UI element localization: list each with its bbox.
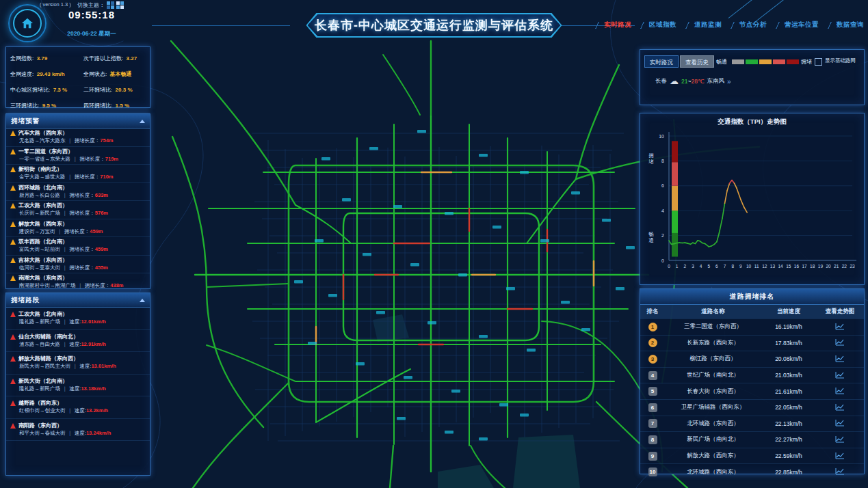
rank-badge: 4 (648, 371, 657, 380)
weather-more-arrow[interactable]: » (727, 78, 731, 85)
temp-high: 28℃ (691, 78, 704, 85)
warning-item[interactable]: 西环城路（北向南） 新月路→长白公路｜拥堵长度：633m (6, 183, 150, 202)
congestion-item[interactable]: 解放大路辅路（东向西） 新民大街→西民主大街｜速度:13.01km/h (6, 352, 150, 375)
version-label: ( version 1.3 ) (40, 1, 71, 8)
current-date: 2020-06-22 星期一 (59, 30, 124, 38)
svg-text:5: 5 (707, 264, 710, 269)
history-button[interactable]: 查看历史 (680, 55, 714, 68)
rank-badge: 10 (648, 467, 657, 476)
congestion-item[interactable]: 仙台大街辅路（南向北） 浦东路→自由大路｜速度:12.91km/h (6, 330, 150, 353)
stat-item: 中心城区拥堵比: 7.3 % (10, 82, 83, 94)
nav-tab-region-index[interactable]: 区域指数 (649, 21, 676, 29)
nav-tab-node-analysis[interactable]: 节点分析 (739, 21, 767, 29)
svg-text:13: 13 (770, 264, 776, 269)
theme-label: 切换主题： (77, 1, 105, 9)
warning-item[interactable]: 新明街（南向北） 金宇大路→盛世大路｜拥堵长度：710m (6, 165, 150, 183)
checkbox-label: 显示基础路网 (825, 57, 856, 66)
rank-badge: 1 (648, 323, 657, 331)
table-row[interactable]: 9 解放大路（西向东） 22.59km/h (640, 448, 864, 464)
legend-jam-label: 拥堵 (801, 58, 812, 66)
warning-item[interactable]: 吉林大路（东向西） 临河街→亚泰大街｜拥堵长度：455m (6, 256, 150, 274)
panel-header: 拥堵路段 (6, 293, 150, 308)
trend-chart-icon[interactable] (816, 371, 864, 380)
trend-chart-icon[interactable] (816, 403, 864, 412)
table-row[interactable]: 5 长春大街（东向西） 21.61km/h (640, 383, 864, 399)
trend-chart-icon[interactable] (816, 452, 864, 461)
nav-tab-realtime[interactable]: 实时路况 (604, 21, 631, 29)
legend-smooth-label: 畅通 (716, 58, 727, 66)
svg-text:6: 6 (715, 264, 718, 269)
rank-badge: 2 (648, 338, 657, 347)
table-row[interactable]: 6 卫星广场辅路（西向东） 22.05km/h (640, 399, 864, 416)
svg-text:23: 23 (850, 264, 855, 269)
stat-item: 四环拥堵比: 1.5 % (83, 98, 146, 110)
alert-icon (10, 334, 16, 340)
table-header-row: 排名 道路名称 当前速度 查看走势图 (640, 305, 864, 318)
svg-text:堵: 堵 (648, 159, 654, 165)
nav-tab-road-monitor[interactable]: 道路监测 (694, 21, 722, 29)
table-row[interactable]: 4 世纪广场（南向北） 21.03km/h (640, 367, 864, 383)
warning-icon (10, 203, 16, 208)
theme-grid-icon-2[interactable] (116, 1, 124, 9)
warning-item[interactable]: 南湖大路（东向西） 南湖新村中街→南湖广场｜拥堵长度：438m (6, 273, 150, 288)
svg-text:4: 4 (661, 208, 664, 213)
warning-icon (10, 149, 16, 154)
base-network-toggle[interactable]: 显示基础路网 (815, 57, 860, 66)
warning-item[interactable]: 一零二国道（东向西） 一零一省道→东荣大路｜拥堵长度：719m (6, 147, 150, 165)
nav-separator (825, 22, 834, 29)
svg-text:6: 6 (661, 183, 664, 188)
svg-text:15: 15 (786, 264, 791, 269)
collapse-icon[interactable] (140, 120, 145, 123)
trend-chart-icon[interactable] (816, 435, 864, 444)
realtime-button[interactable]: 实时路况 (644, 55, 679, 68)
congestion-item[interactable]: 南阳路（东向西） 和平大街→春城大街｜速度:13.24km/h (6, 419, 150, 442)
tpi-trend-panel: 交通指数（TPI）走势图 024681001234567891011121314… (640, 113, 865, 285)
warning-item[interactable]: 汽车大路（西向东） 无名路→汽车大路东｜拥堵长度：754m (6, 128, 150, 147)
rank-badge: 9 (648, 452, 657, 461)
table-row[interactable]: 10 北环城路（西向东） 22.85km/h (640, 463, 864, 480)
svg-text:10: 10 (746, 264, 752, 269)
warning-item[interactable]: 工农大路（东向西） 长庆街→新民广场｜拥堵长度：576m (6, 201, 150, 219)
warning-list: 汽车大路（西向东） 无名路→汽车大路东｜拥堵长度：754m 一零二国道（东向西）… (6, 128, 150, 288)
road-condition-panel: 实时路况 查看历史 畅通 拥堵 显示基础路网 长春 ☁ 21~28℃ 东南风 » (640, 49, 865, 105)
svg-text:12: 12 (762, 264, 767, 269)
nav-tab-data-query[interactable]: 数据查询 (837, 21, 864, 29)
system-title-banner: 长春市-中心城区交通运行监测与评估系统 (306, 13, 562, 38)
nav-separator (637, 22, 647, 29)
congestion-item[interactable]: 新民大街（北向南） 隆礼路→新民广场｜速度:13.18km/h (6, 375, 150, 397)
tpi-line-chart: 0246810012345678910111213141516171819202… (640, 126, 863, 281)
svg-text:8: 8 (661, 159, 664, 163)
nav-separator (773, 22, 782, 29)
trend-chart-icon[interactable] (816, 419, 864, 428)
table-row[interactable]: 1 三零二国道（东向西） 16.19km/h (640, 318, 864, 335)
congestion-item[interactable]: 越野路（西向东） 红领巾街→创业大街｜速度:13.2km/h (6, 396, 150, 419)
warning-item[interactable]: 双丰西路（北向南） 富民大街→站前街｜拥堵长度：459m (6, 237, 150, 256)
congestion-item[interactable]: 工农大路（北向南） 隆礼路→新民广场｜速度:12.01km/h (6, 308, 150, 330)
stat-item: 三环拥堵比: 9.5 % (10, 98, 83, 110)
svg-text:3: 3 (692, 264, 694, 269)
trend-chart-icon[interactable] (816, 338, 864, 347)
checkbox-icon[interactable] (815, 58, 822, 66)
collapse-icon[interactable] (140, 299, 145, 302)
trend-chart-icon[interactable] (816, 323, 864, 331)
svg-text:10: 10 (659, 134, 664, 139)
alert-icon (10, 356, 16, 362)
table-row[interactable]: 2 长新东路（西向东） 17.83km/h (640, 335, 864, 351)
nav-tab-vehicle-location[interactable]: 营运车位置 (785, 21, 819, 29)
table-row[interactable]: 3 柳江路（东向西） 20.08km/h (640, 351, 864, 367)
warning-icon (10, 275, 16, 281)
stat-item: 次干路以上指数: 3.27 (83, 51, 146, 63)
warning-icon (10, 221, 16, 227)
warning-item[interactable]: 解放大路（西向东） 建设街→万宝街｜拥堵长度：459m (6, 219, 150, 238)
svg-text:19: 19 (818, 264, 824, 269)
table-row[interactable]: 7 北环城路（东向西） 22.13km/h (640, 416, 864, 432)
rank-badge: 8 (648, 435, 657, 444)
table-row[interactable]: 8 新民广场（南向北） 22.27km/h (640, 431, 864, 448)
theme-grid-icon[interactable] (107, 1, 114, 9)
wind-label: 东南风 (707, 77, 724, 85)
home-logo[interactable] (8, 4, 47, 42)
trend-chart-icon[interactable] (816, 467, 864, 476)
trend-chart-icon[interactable] (816, 387, 864, 396)
trend-chart-icon[interactable] (816, 355, 864, 364)
svg-text:4: 4 (700, 264, 702, 269)
